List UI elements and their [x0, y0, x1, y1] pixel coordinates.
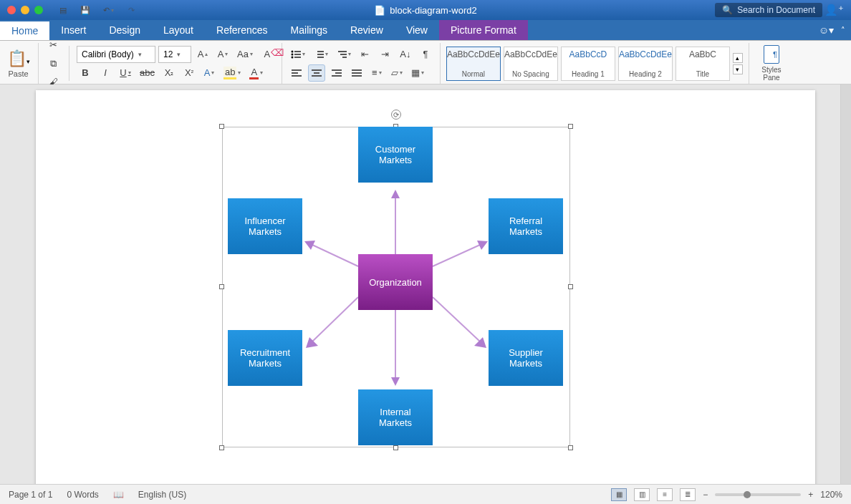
tab-picture-format[interactable]: Picture Format [439, 20, 528, 40]
increase-indent-icon[interactable]: ⇥ [377, 46, 394, 63]
multilevel-list-icon[interactable]: ▾ [334, 46, 354, 63]
tab-layout[interactable]: Layout [152, 20, 205, 40]
style-tile-no-spacing[interactable]: AaBbCcDdEeNo Spacing [504, 47, 558, 81]
svg-rect-17 [312, 75, 322, 77]
tab-insert[interactable]: Insert [49, 20, 97, 40]
diagram-node-recruitment: RecruitmentMarkets [228, 330, 302, 386]
tab-review[interactable]: Review [339, 20, 395, 40]
svg-rect-14 [292, 75, 302, 77]
align-left-icon[interactable] [288, 64, 305, 82]
view-outline[interactable]: ≡ [657, 488, 673, 501]
zoom-in-button[interactable]: + [808, 490, 813, 500]
zoom-value[interactable]: 120% [820, 490, 842, 500]
subscript-button[interactable]: X₂ [160, 64, 178, 82]
underline-button[interactable]: U▾ [117, 64, 134, 82]
text-effects-icon[interactable]: A▾ [201, 64, 218, 82]
change-case-icon[interactable]: Aa▾ [234, 46, 256, 63]
style-tile-title[interactable]: AaBbCTitle [675, 47, 730, 81]
spellcheck-icon[interactable]: 📖 [113, 490, 124, 500]
paragraph-group: ▾ ▾ ▾ ⇤ ⇥ A↓ ¶ ≡▾ ▱▾ ▦▾ [288, 43, 441, 84]
svg-rect-3 [294, 54, 301, 55]
numbering-icon[interactable]: ▾ [311, 46, 331, 63]
search-in-document[interactable]: 🔍 Search in Document [715, 3, 822, 17]
bullets-icon[interactable]: ▾ [288, 46, 308, 63]
styles-pane-label: Styles Pane [755, 66, 788, 82]
feedback-icon[interactable]: ☺▾ [819, 24, 834, 36]
superscript-button[interactable]: X² [181, 64, 198, 82]
quick-new-icon[interactable]: ▤ [56, 3, 70, 17]
svg-point-4 [291, 56, 293, 58]
word-count[interactable]: 0 Words [67, 490, 98, 500]
quick-access-toolbar: ▤ 💾 ↶ ▾ ↷ [56, 3, 138, 17]
svg-rect-11 [342, 57, 347, 58]
collapse-ribbon-icon[interactable]: ˄ [841, 26, 845, 35]
rotate-handle[interactable]: ⟳ [391, 110, 401, 120]
svg-rect-21 [352, 69, 362, 71]
decrease-indent-icon[interactable]: ⇤ [357, 46, 374, 63]
font-color-icon[interactable]: A▾ [246, 64, 266, 82]
borders-icon[interactable]: ▦▾ [408, 64, 427, 82]
tab-home[interactable]: Home [0, 20, 49, 40]
document-title-text: block-diagram-word2 [390, 5, 476, 16]
svg-rect-16 [314, 72, 319, 74]
paste-icon[interactable]: 📋▾ [7, 49, 30, 68]
tab-view[interactable]: View [395, 20, 439, 40]
view-web-layout[interactable]: ▥ [634, 488, 650, 501]
diagram-node-influencer: InfluencerMarkets [228, 198, 302, 254]
vertical-scrollbar[interactable] [840, 84, 851, 484]
styles-pane-button[interactable]: ¶ Styles Pane [755, 43, 788, 84]
clear-formatting-icon[interactable]: A⌫ [259, 46, 276, 63]
show-marks-icon[interactable]: ¶ [417, 46, 434, 63]
ribbon: 📋▾ Paste ✂ ⧉ 🖌 Calibri (Body)▾ 12▾ A▴ A▾… [0, 40, 851, 84]
quick-redo-icon[interactable]: ↷ [124, 3, 138, 17]
shrink-font-icon[interactable]: A▾ [214, 46, 231, 63]
tab-design[interactable]: Design [97, 20, 152, 40]
justify-icon[interactable] [348, 64, 365, 82]
shading-icon[interactable]: ▱▾ [388, 64, 405, 82]
view-draft[interactable]: ≣ [680, 488, 696, 501]
document-icon: 📄 [374, 5, 385, 16]
svg-rect-5 [294, 57, 301, 58]
line-spacing-icon[interactable]: ≡▾ [368, 64, 385, 82]
window-controls [0, 6, 43, 14]
quick-save-icon[interactable]: 💾 [77, 3, 93, 17]
styles-scroll-up[interactable]: ▴ [733, 53, 743, 63]
tab-references[interactable]: References [205, 20, 279, 40]
svg-rect-8 [317, 57, 324, 58]
highlight-color-icon[interactable]: ab▾ [221, 64, 244, 82]
align-right-icon[interactable] [328, 64, 345, 82]
style-tile-heading-2[interactable]: AaBbCcDdEeHeading 2 [618, 47, 673, 81]
tab-mailings[interactable]: Mailings [279, 20, 339, 40]
copy-icon[interactable]: ⧉ [44, 55, 62, 72]
share-button[interactable]: 👤⁺ [824, 4, 844, 16]
selected-picture[interactable]: ⟳ [222, 127, 570, 447]
page[interactable]: ⟳ [36, 90, 815, 484]
zoom-out-button[interactable]: − [703, 490, 708, 500]
maximize-window-button[interactable] [34, 6, 43, 14]
font-size-select[interactable]: 12▾ [158, 46, 191, 63]
styles-pane-icon: ¶ [764, 45, 779, 64]
zoom-slider[interactable] [715, 493, 801, 496]
quick-undo-icon[interactable]: ↶ ▾ [100, 3, 117, 17]
diagram-node-customer: CustomerMarkets [358, 127, 433, 183]
italic-button[interactable]: I [97, 64, 114, 82]
close-window-button[interactable] [7, 6, 16, 14]
title-bar: ▤ 💾 ↶ ▾ ↷ 📄 block-diagram-word2 🔍 Search… [0, 0, 851, 20]
align-center-icon[interactable] [308, 64, 325, 82]
font-family-select[interactable]: Calibri (Body)▾ [77, 46, 155, 63]
styles-scroll-down[interactable]: ▾ [733, 64, 743, 74]
grow-font-icon[interactable]: A▴ [194, 46, 211, 63]
svg-rect-13 [292, 72, 298, 74]
view-print-layout[interactable]: ▦ [611, 488, 627, 501]
style-tile-heading-1[interactable]: AaBbCcDHeading 1 [561, 47, 615, 81]
styles-group: AaBbCcDdEeNormalAaBbCcDdEeNo SpacingAaBb… [446, 43, 749, 84]
language-indicator[interactable]: English (US) [138, 490, 186, 500]
styles-scroll: ▴ ▾ [733, 53, 743, 74]
bold-button[interactable]: B [77, 64, 94, 82]
page-indicator[interactable]: Page 1 of 1 [9, 490, 52, 500]
sort-icon[interactable]: A↓ [397, 46, 414, 63]
minimize-window-button[interactable] [21, 6, 29, 14]
style-tile-normal[interactable]: AaBbCcDdEeNormal [446, 47, 501, 81]
strikethrough-button[interactable]: abc [137, 64, 158, 82]
svg-rect-7 [317, 54, 324, 55]
